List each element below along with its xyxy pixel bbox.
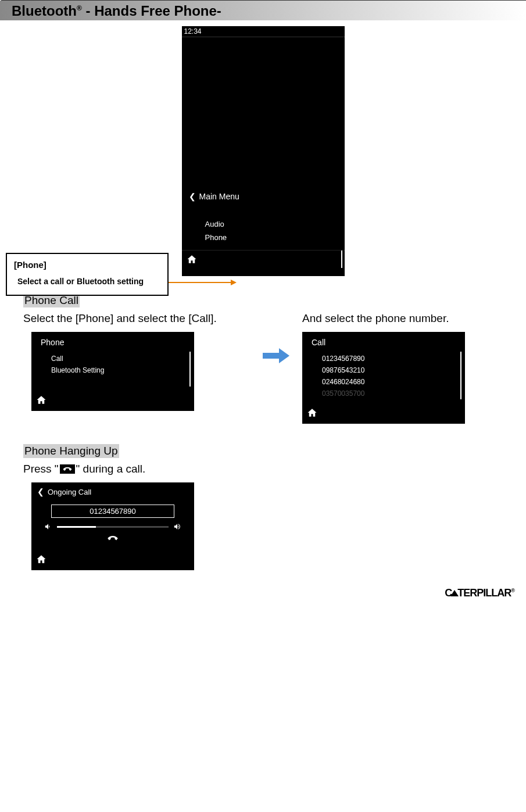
hangup-button-row <box>40 532 186 547</box>
callout-label: [Phone] <box>14 260 160 270</box>
menu-item-phone[interactable]: Phone <box>194 231 345 244</box>
brand-logo: CTERPILLAR® <box>445 587 514 599</box>
hangup-icon <box>60 464 75 474</box>
home-row <box>182 250 345 270</box>
call-screen: Call 01234567890 09876543210 02468024680… <box>302 332 465 424</box>
menu-header: ❮ Main Menu <box>182 187 345 206</box>
volume-down-icon[interactable] <box>44 523 52 531</box>
registered-icon: ® <box>511 588 514 593</box>
call-screen-header: Call <box>302 332 465 350</box>
registered-icon: ® <box>77 4 82 12</box>
call-home-row <box>302 404 465 424</box>
ongoing-number: 01234567890 <box>51 505 174 518</box>
phone-screen-header: Phone <box>31 332 194 350</box>
phone-item-bluetooth[interactable]: Bluetooth Setting <box>40 364 194 376</box>
volume-row <box>40 521 186 532</box>
menu-item-audio[interactable]: Audio <box>194 217 345 231</box>
call-number-item[interactable]: 02468024680 <box>310 376 465 388</box>
instruction-select-number: And select the phone number. <box>302 312 523 325</box>
volume-up-icon[interactable] <box>173 523 181 531</box>
call-number-item[interactable]: 03570035700 <box>310 388 465 399</box>
ongoing-header-label: Ongoing Call <box>48 488 91 496</box>
brand-rest: TERPILLAR <box>457 587 511 599</box>
ongoing-header: ❮ Ongoing Call <box>31 482 194 501</box>
ongoing-home-row <box>31 550 194 570</box>
hangup-button-icon[interactable] <box>106 534 119 542</box>
arrow-right-icon <box>262 312 291 364</box>
instruction-select-phone: Select the [Phone] and select the [Call]… <box>23 312 250 325</box>
menu-header-label: Main Menu <box>199 192 239 201</box>
hangup-suffix: " during a call. <box>76 463 146 475</box>
svg-marker-1 <box>279 348 289 363</box>
callout-text: Select a call or Bluetooth setting <box>14 274 160 289</box>
phone-home-row <box>31 391 194 411</box>
hangup-heading: Phone Hanging Up <box>23 444 119 458</box>
home-icon[interactable] <box>36 395 46 405</box>
svg-rect-0 <box>263 353 279 359</box>
home-icon[interactable] <box>187 254 197 264</box>
phone-item-call[interactable]: Call <box>40 353 194 364</box>
home-icon[interactable] <box>36 554 46 564</box>
hangup-instruction: Press " " during a call. <box>23 463 503 475</box>
call-number-item[interactable]: 01234567890 <box>310 353 465 364</box>
callout-box: [Phone] Select a call or Bluetooth setti… <box>6 253 169 296</box>
page-title: Bluetooth® - Hands Free Phone- <box>12 3 221 19</box>
title-main: Bluetooth <box>12 3 77 19</box>
call-number-item[interactable]: 09876543210 <box>310 364 465 376</box>
ongoing-call-screen: ❮ Ongoing Call 01234567890 <box>31 482 194 570</box>
connector-arrow-icon <box>169 282 235 283</box>
chevron-left-icon: ❮ <box>189 192 196 201</box>
status-bar-time: 12:34 <box>182 26 345 37</box>
home-icon[interactable] <box>307 407 317 418</box>
menu-items: Audio Phone <box>182 206 345 250</box>
phone-screen: Phone Call Bluetooth Setting <box>31 332 194 411</box>
volume-slider[interactable] <box>57 526 169 528</box>
chevron-left-icon[interactable]: ❮ <box>37 487 44 496</box>
main-menu-screenshot: 12:34 ❮ Main Menu Audio Phone <box>182 26 345 276</box>
phone-call-section: Phone Call Select the [Phone] and select… <box>0 294 526 424</box>
title-suffix: - Hands Free Phone- <box>82 3 221 19</box>
title-bar: Bluetooth® - Hands Free Phone- <box>0 0 526 20</box>
hangup-section: Phone Hanging Up Press " " during a call… <box>0 444 526 570</box>
hangup-prefix: Press " <box>23 463 59 475</box>
